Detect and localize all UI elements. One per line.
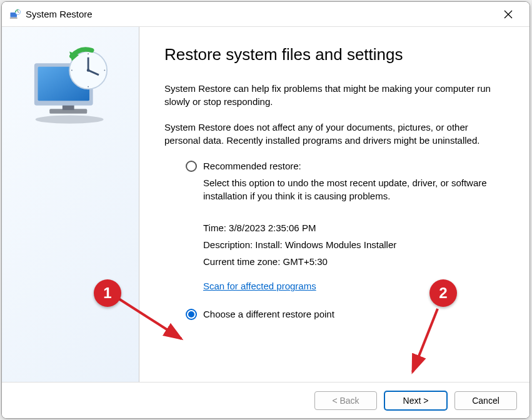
window-body: Restore system files and settings System… (2, 27, 529, 382)
annotation-arrow-1 (113, 289, 194, 351)
wizard-content: Restore system files and settings System… (139, 27, 529, 382)
radio-recommended-restore[interactable]: Recommended restore: (186, 159, 498, 172)
window-title: System Restore (26, 9, 494, 19)
recommended-details: Time: 3/8/2023 2:35:06 PM Description: I… (203, 221, 498, 268)
recommended-timezone: Current time zone: GMT+5:30 (203, 255, 498, 268)
annotation-arrow-2 (400, 306, 450, 381)
recommended-description-line: Description: Install: Windows Modules In… (203, 238, 498, 251)
svg-point-3 (35, 116, 103, 124)
wizard-footer: < Back Next > Cancel (2, 382, 529, 418)
intro-paragraph-1: System Restore can help fix problems tha… (164, 82, 498, 108)
titlebar: System Restore (2, 2, 529, 27)
svg-point-13 (88, 86, 89, 88)
system-restore-window: System Restore (1, 1, 530, 419)
page-heading: Restore system files and settings (164, 43, 498, 66)
system-restore-large-icon (24, 46, 118, 127)
annotation-marker-2: 2 (429, 279, 457, 307)
svg-point-12 (88, 53, 89, 54)
scan-for-affected-programs-link[interactable]: Scan for affected programs (203, 279, 316, 292)
radio-choose-different-label: Choose a different restore point (203, 308, 334, 321)
recommended-description: Select this option to undo the most rece… (203, 176, 498, 202)
radio-recommended-label: Recommended restore: (203, 159, 301, 172)
intro-paragraph-2: System Restore does not affect any of yo… (164, 121, 498, 147)
svg-point-15 (104, 69, 105, 71)
close-button[interactable] (494, 4, 522, 24)
annotation-marker-1: 1 (94, 279, 121, 307)
cancel-button[interactable]: Cancel (454, 391, 517, 410)
svg-line-16 (119, 299, 181, 339)
back-button: < Back (314, 391, 377, 410)
svg-rect-1 (10, 18, 18, 18)
system-restore-icon (9, 9, 21, 20)
next-button[interactable]: Next > (384, 391, 447, 410)
svg-line-17 (413, 309, 438, 372)
radio-icon (186, 161, 197, 172)
recommended-time: Time: 3/8/2023 2:35:06 PM (203, 221, 498, 234)
svg-point-14 (71, 69, 72, 71)
radio-choose-different[interactable]: Choose a different restore point (186, 308, 498, 321)
